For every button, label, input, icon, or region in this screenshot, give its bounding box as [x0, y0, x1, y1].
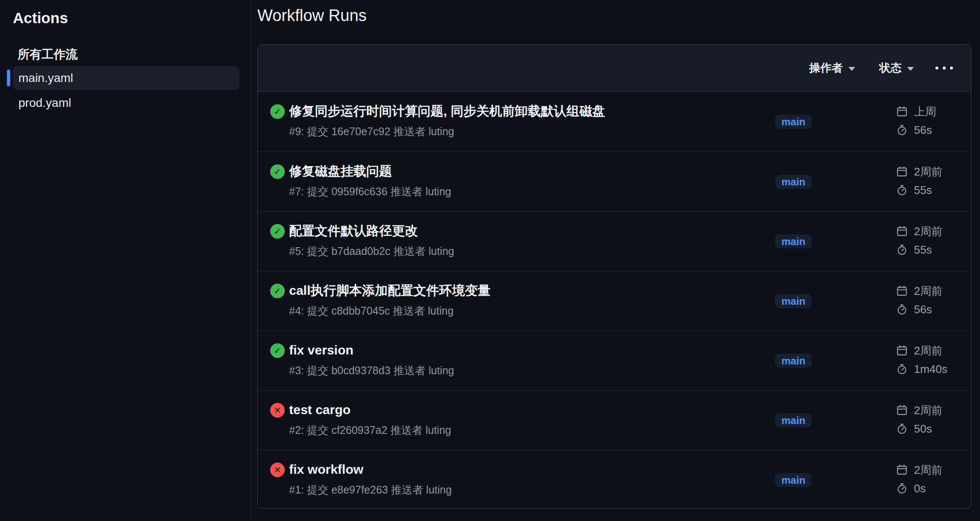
run-title-link[interactable]: test cargo	[289, 402, 451, 418]
workflow-run-row[interactable]: ✕ test cargo #2: 提交 cf260937a2 推送者 lutin…	[258, 390, 971, 450]
run-commit-line: #4: 提交 c8dbb7045c 推送者 luting	[289, 304, 491, 317]
run-date-text: 2周前	[914, 463, 942, 476]
run-status-icon: ✓	[270, 164, 285, 179]
run-text: test cargo #2: 提交 cf260937a2 推送者 luting	[289, 402, 451, 436]
kebab-menu-icon[interactable]	[935, 64, 954, 72]
run-text: 配置文件默认路径更改 #5: 提交 b7daad0b2c 推送者 luting	[289, 223, 454, 257]
run-meta: 2周前 50s	[896, 404, 942, 435]
branch-badge[interactable]: main	[775, 413, 812, 427]
run-commit-line: #3: 提交 b0cd9378d3 推送者 luting	[289, 364, 454, 377]
run-commit-line: #1: 提交 e8e97fe263 推送者 luting	[289, 483, 452, 496]
sidebar: Actions 所有工作流 main.yaml prod.yaml	[0, 0, 251, 521]
run-meta: 上周 56s	[896, 105, 936, 136]
branch-badge[interactable]: main	[775, 234, 812, 248]
status-glyph: ✕	[274, 406, 281, 415]
run-title-link[interactable]: fix version	[289, 342, 454, 358]
runs-list: ✓ 修复同步运行时间计算问题, 同步关机前卸载默认组磁盘 #9: 提交 16e7…	[258, 92, 971, 509]
status-glyph: ✓	[274, 227, 281, 236]
run-duration-text: 55s	[914, 243, 932, 256]
run-date-text: 2周前	[914, 165, 942, 178]
stopwatch-icon	[896, 482, 908, 494]
run-duration-text: 55s	[914, 184, 932, 197]
run-status-icon: ✕	[270, 403, 285, 418]
run-commit-line: #2: 提交 cf260937a2 推送者 luting	[289, 424, 451, 436]
run-meta: 2周前 56s	[896, 285, 942, 316]
run-date-text: 2周前	[914, 404, 942, 417]
status-glyph: ✓	[274, 346, 281, 355]
run-title-link[interactable]: 修复磁盘挂载问题	[289, 163, 451, 179]
all-workflows-link[interactable]: 所有工作流	[18, 48, 251, 61]
run-date: 2周前	[896, 225, 942, 238]
run-duration-text: 0s	[914, 482, 926, 495]
actor-filter-dropdown[interactable]: 操作者	[809, 61, 855, 76]
run-text: fix version #3: 提交 b0cd9378d3 推送者 luting	[289, 342, 454, 377]
workflow-run-row[interactable]: ✓ 修复同步运行时间计算问题, 同步关机前卸载默认组磁盘 #9: 提交 16e7…	[258, 92, 971, 151]
workflow-runs-panel: 操作者 状态 ✓ 修复同步运行时间计算问题, 同步关机前卸载默认组磁盘 #9: …	[257, 44, 971, 509]
run-date: 2周前	[896, 344, 947, 357]
branch-badge[interactable]: main	[775, 175, 812, 189]
run-meta: 2周前 1m40s	[896, 344, 947, 376]
run-duration-text: 1m40s	[914, 363, 947, 376]
run-duration-text: 56s	[914, 303, 932, 316]
workflow-run-row[interactable]: ✓ 配置文件默认路径更改 #5: 提交 b7daad0b2c 推送者 lutin…	[258, 211, 971, 271]
run-text: 修复磁盘挂载问题 #7: 提交 0959f6c636 推送者 luting	[289, 163, 451, 198]
chevron-down-icon	[848, 67, 855, 71]
run-date-text: 上周	[914, 105, 936, 118]
run-duration: 50s	[896, 422, 942, 435]
branch-badge[interactable]: main	[775, 473, 812, 487]
status-glyph: ✕	[274, 466, 281, 474]
run-duration: 56s	[896, 124, 936, 136]
run-title-link[interactable]: fix workflow	[289, 461, 452, 478]
run-text: fix workflow #1: 提交 e8e97fe263 推送者 lutin…	[289, 461, 452, 496]
stopwatch-icon	[896, 303, 908, 315]
run-status-icon: ✓	[270, 284, 285, 298]
run-commit-line: #9: 提交 16e70e7c92 推送者 luting	[289, 125, 605, 138]
run-title-link[interactable]: 配置文件默认路径更改	[289, 223, 454, 239]
runs-toolbar: 操作者 状态	[258, 45, 971, 92]
branch-badge[interactable]: main	[775, 115, 812, 129]
stopwatch-icon	[896, 124, 908, 136]
stopwatch-icon	[896, 184, 908, 196]
calendar-icon	[896, 464, 908, 476]
workflow-name: main.yaml	[18, 71, 73, 85]
run-date-text: 2周前	[914, 285, 942, 297]
calendar-icon	[896, 106, 908, 118]
run-commit-line: #5: 提交 b7daad0b2c 推送者 luting	[289, 245, 454, 257]
stopwatch-icon	[896, 363, 908, 375]
run-date: 2周前	[896, 165, 942, 178]
workflow-run-row[interactable]: ✓ call执行脚本添加配置文件环境变量 #4: 提交 c8dbb7045c 推…	[258, 271, 971, 330]
run-status-icon: ✓	[270, 343, 285, 358]
calendar-icon	[896, 225, 908, 237]
sidebar-item-main-yaml[interactable]: main.yaml	[13, 66, 239, 90]
run-date: 2周前	[896, 404, 942, 417]
run-meta: 2周前 55s	[896, 165, 942, 197]
run-text: 修复同步运行时间计算问题, 同步关机前卸载默认组磁盘 #9: 提交 16e70e…	[289, 103, 605, 138]
run-status-icon: ✓	[270, 224, 285, 239]
branch-badge[interactable]: main	[775, 294, 812, 308]
run-meta: 2周前 55s	[896, 225, 942, 256]
actor-filter-label: 操作者	[809, 61, 843, 76]
run-meta: 2周前 0s	[896, 463, 942, 495]
workflow-nav: main.yaml prod.yaml	[0, 66, 251, 115]
chevron-down-icon	[907, 67, 914, 71]
sidebar-item-prod-yaml[interactable]: prod.yaml	[13, 91, 239, 115]
run-date: 2周前	[896, 285, 942, 297]
calendar-icon	[896, 404, 908, 416]
status-filter-label: 状态	[879, 61, 902, 76]
branch-badge[interactable]: main	[775, 354, 812, 368]
sidebar-title: Actions	[13, 9, 251, 27]
status-filter-dropdown[interactable]: 状态	[879, 61, 914, 76]
status-glyph: ✓	[274, 167, 281, 176]
workflow-run-row[interactable]: ✓ 修复磁盘挂载问题 #7: 提交 0959f6c636 推送者 luting …	[258, 151, 971, 211]
stopwatch-icon	[896, 244, 908, 256]
workflow-run-row[interactable]: ✓ fix version #3: 提交 b0cd9378d3 推送者 luti…	[258, 330, 971, 390]
run-title-link[interactable]: call执行脚本添加配置文件环境变量	[289, 282, 491, 299]
workflow-name: prod.yaml	[18, 96, 71, 110]
status-glyph: ✓	[274, 287, 281, 295]
run-duration: 55s	[896, 184, 942, 197]
run-status-icon: ✓	[270, 104, 285, 119]
calendar-icon	[896, 345, 908, 357]
run-duration: 1m40s	[896, 363, 947, 376]
workflow-run-row[interactable]: ✕ fix workflow #1: 提交 e8e97fe263 推送者 lut…	[258, 450, 971, 509]
run-title-link[interactable]: 修复同步运行时间计算问题, 同步关机前卸载默认组磁盘	[289, 103, 605, 119]
